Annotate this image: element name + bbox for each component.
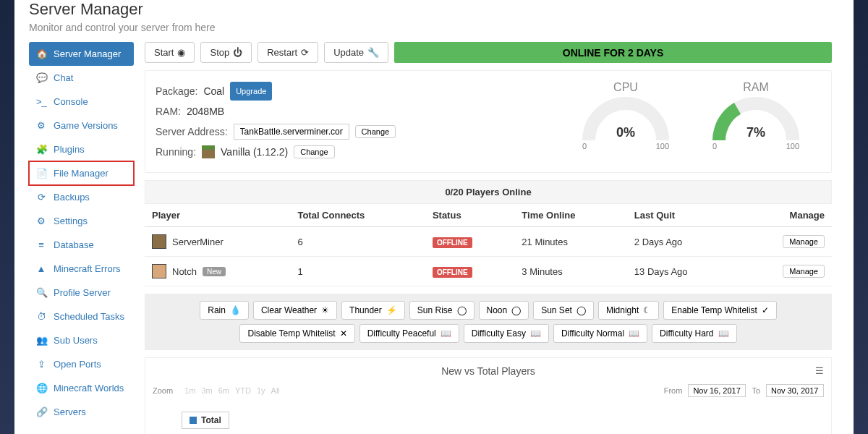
chart-from-input[interactable] (688, 384, 746, 397)
running-label: Running: (156, 142, 196, 162)
sidebar-icon: ≡ (36, 239, 46, 250)
status-bar: ONLINE FOR 2 DAYS (394, 42, 832, 63)
action-icon: ◯ (457, 305, 467, 315)
sidebar-item-servers[interactable]: 🔗Servers (29, 400, 134, 424)
update-button[interactable]: Update 🔧 (324, 42, 388, 63)
sidebar-icon: 💬 (36, 72, 46, 83)
table-row: ServerMiner6OFFLINE21 Minutes2 Days AgoM… (145, 227, 832, 257)
start-button[interactable]: Start ◉ (145, 42, 195, 63)
status-badge: OFFLINE (433, 237, 472, 248)
action-sun-set[interactable]: Sun Set ◯ (533, 301, 594, 320)
action-disable-temp-whitelist[interactable]: Disable Temp Whitelist ✕ (239, 324, 354, 343)
action-icon: ◯ (511, 305, 521, 315)
players-online-header: 0/20 Players Online (145, 180, 832, 204)
chart-legend[interactable]: Total (182, 412, 229, 429)
sidebar-item-database[interactable]: ≡Database (29, 233, 134, 257)
refresh-icon: ⟳ (301, 47, 309, 58)
sidebar-icon: ⚙ (36, 120, 46, 131)
minecraft-icon (202, 145, 215, 158)
zoom-3m[interactable]: 3m (201, 386, 212, 395)
sidebar-item-minecraft-worlds[interactable]: 🌐Minecraft Worlds (29, 376, 134, 400)
sidebar-item-file-manager[interactable]: 📄File Manager (29, 161, 134, 185)
action-icon: 💧 (230, 305, 241, 315)
package-label: Package: (156, 81, 197, 101)
page-subtitle: Monitor and control your server from her… (29, 22, 832, 33)
sidebar-item-settings[interactable]: ⚙Settings (29, 209, 134, 233)
ram-gauge: RAM 7% 0100 (705, 81, 807, 162)
zoom-all[interactable]: All (271, 386, 280, 395)
change-address-button[interactable]: Change (355, 125, 396, 138)
sidebar-icon: ⇪ (36, 359, 46, 370)
action-icon: 📖 (718, 328, 729, 339)
sidebar-icon: 🌐 (36, 383, 46, 393)
wrench-icon: 🔧 (367, 47, 379, 58)
chart-to-input[interactable] (766, 384, 824, 397)
action-thunder[interactable]: Thunder ⚡ (341, 301, 405, 320)
sidebar-icon: 👥 (36, 335, 46, 346)
zoom-6m[interactable]: 6m (218, 386, 229, 395)
upgrade-button[interactable]: Upgrade (230, 82, 272, 101)
chart-panel: ☰ New vs Total Players Zoom 1m3m6mYTD1yA… (145, 357, 832, 434)
running-value: Vanilla (1.12.2) (221, 142, 288, 162)
sidebar-item-console[interactable]: >_Console (29, 90, 134, 114)
sidebar-icon: ⏱ (36, 311, 46, 322)
sidebar: 🏠Server Manager💬Chat>_Console⚙Game Versi… (29, 42, 134, 434)
page-title: Server Manager (29, 0, 832, 19)
action-icon: ⚡ (386, 305, 397, 315)
action-clear-weather[interactable]: Clear Weather ☀ (253, 301, 337, 320)
package-value: Coal (203, 81, 224, 101)
sidebar-item-game-versions[interactable]: ⚙Game Versions (29, 114, 134, 137)
sidebar-icon: >_ (36, 96, 46, 107)
page-header: Server Manager Monitor and control your … (29, 0, 832, 42)
ram-label: RAM: (156, 101, 181, 122)
sidebar-item-profile-server[interactable]: 🔍Profile Server (29, 281, 134, 305)
sidebar-icon: 🔍 (36, 287, 46, 298)
change-version-button[interactable]: Change (294, 145, 335, 158)
action-difficulty-normal[interactable]: Difficulty Normal 📖 (553, 324, 647, 343)
action-icon: ☀ (321, 305, 329, 315)
action-rain[interactable]: Rain 💧 (200, 301, 249, 320)
server-address-input[interactable] (234, 124, 349, 140)
action-noon[interactable]: Noon ◯ (479, 301, 529, 320)
action-icon: 📖 (530, 328, 541, 339)
sidebar-item-open-ports[interactable]: ⇪Open Ports (29, 352, 134, 376)
action-icon: ✓ (762, 305, 769, 315)
zoom-1m[interactable]: 1m (184, 386, 195, 395)
manage-player-button[interactable]: Manage (783, 235, 825, 248)
sidebar-item-scheduled-tasks[interactable]: ⏱Scheduled Tasks (29, 305, 134, 328)
zoom-1y[interactable]: 1y (257, 386, 265, 395)
action-sun-rise[interactable]: Sun Rise ◯ (409, 301, 475, 320)
players-table: Player Total Connects Status Time Online… (145, 204, 832, 286)
action-difficulty-easy[interactable]: Difficulty Easy 📖 (464, 324, 549, 343)
sidebar-item-sub-users[interactable]: 👥Sub Users (29, 328, 134, 352)
sidebar-item-plugins[interactable]: 🧩Plugins (29, 137, 134, 161)
addr-label: Server Address: (156, 122, 228, 142)
sidebar-icon: 🧩 (36, 144, 46, 155)
chart-menu-icon[interactable]: ☰ (815, 365, 824, 376)
restart-button[interactable]: Restart ⟳ (258, 42, 318, 63)
action-icon: 📖 (441, 328, 451, 339)
decorative-border (0, 0, 14, 434)
decorative-border (854, 0, 868, 434)
sidebar-item-minecraft-errors[interactable]: ▲Minecraft Errors (29, 257, 134, 281)
action-difficulty-hard[interactable]: Difficulty Hard 📖 (652, 324, 736, 343)
sidebar-item-chat[interactable]: 💬Chat (29, 66, 134, 90)
sidebar-icon: 🔗 (36, 407, 46, 417)
sidebar-icon: 🏠 (36, 48, 46, 59)
play-icon: ◉ (177, 47, 185, 58)
action-enable-temp-whitelist[interactable]: Enable Temp Whitelist ✓ (663, 301, 777, 320)
avatar (152, 264, 166, 278)
action-icon: ◯ (576, 305, 586, 315)
action-midnight[interactable]: Midnight ☾ (598, 301, 659, 320)
stop-button[interactable]: Stop ⏻ (200, 42, 252, 63)
new-badge: New (203, 267, 226, 276)
sidebar-item-server-manager[interactable]: 🏠Server Manager (29, 42, 134, 66)
manage-player-button[interactable]: Manage (783, 265, 825, 278)
sidebar-icon: ⚙ (36, 216, 46, 226)
action-icon: ☾ (643, 305, 651, 315)
sidebar-icon: ⟳ (36, 192, 46, 203)
action-difficulty-peaceful[interactable]: Difficulty Peaceful 📖 (359, 324, 459, 343)
sidebar-icon: 📄 (36, 168, 46, 179)
zoom-ytd[interactable]: YTD (235, 386, 251, 395)
sidebar-item-backups[interactable]: ⟳Backups (29, 185, 134, 209)
